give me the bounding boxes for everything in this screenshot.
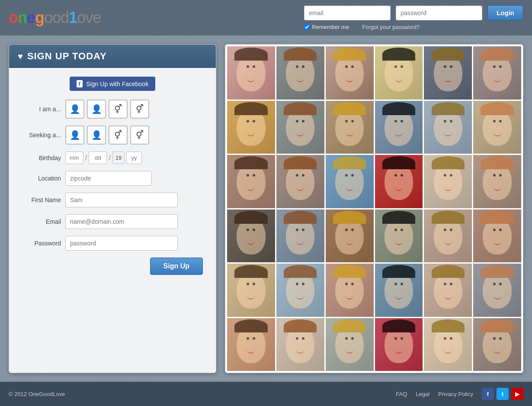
birthday-controls: / / 19 — [65, 151, 142, 164]
forgot-password-link[interactable]: Forgot your password? — [362, 24, 420, 30]
photo-cell[interactable] — [276, 155, 324, 208]
iam-controls: 👤 👤 ⚥ ⚥ — [65, 100, 149, 119]
header-right: Login Remember me Forgot your password? — [304, 5, 523, 30]
remember-me-checkbox[interactable] — [304, 24, 310, 30]
email-input[interactable] — [65, 214, 178, 229]
photo-cell[interactable] — [424, 318, 472, 371]
logo: onegood1ove — [9, 9, 101, 27]
birthday-dd-input[interactable] — [89, 151, 107, 164]
logo-g: g — [35, 9, 44, 26]
seeking-controls: 👤 👤 ⚥ ⚥ — [65, 126, 149, 145]
firstname-row: First Name — [22, 193, 203, 207]
footer-faq-link[interactable]: FAQ — [396, 391, 407, 397]
login-button[interactable]: Login — [487, 5, 523, 20]
signup-button[interactable]: Sign Up — [150, 258, 203, 275]
birthday-yy-input[interactable] — [126, 151, 142, 164]
photo-cell[interactable] — [473, 264, 521, 317]
facebook-social-icon[interactable]: f — [482, 388, 494, 400]
photo-cell[interactable] — [375, 264, 423, 317]
iam-couple-btn[interactable]: ⚥ — [130, 100, 149, 119]
photo-cell[interactable] — [276, 318, 324, 371]
logo-e: e — [27, 9, 35, 26]
seeking-couple-btn[interactable]: ⚥ — [130, 126, 149, 145]
photo-cell[interactable] — [326, 318, 374, 371]
firstname-label: First Name — [22, 197, 61, 203]
seeking-male-female-btn[interactable]: ⚥ — [109, 126, 128, 145]
seeking-label: Seeking a... — [22, 132, 61, 139]
footer-legal-link[interactable]: Legal — [416, 391, 429, 397]
photo-cell[interactable] — [473, 101, 521, 154]
facebook-f-icon: f — [77, 80, 83, 87]
photo-cell[interactable] — [227, 264, 275, 317]
firstname-input[interactable] — [65, 193, 178, 207]
photo-cell[interactable] — [424, 46, 472, 100]
remember-me-label[interactable]: Remember me — [304, 24, 349, 30]
youtube-social-icon[interactable]: ▶ — [511, 388, 523, 400]
seeking-male-btn[interactable]: 👤 — [65, 126, 84, 145]
photo-cell[interactable] — [227, 46, 275, 100]
photo-cell[interactable] — [326, 209, 374, 263]
location-input[interactable] — [65, 171, 152, 186]
photo-cell[interactable] — [375, 318, 423, 371]
social-icons: f t ▶ — [482, 388, 523, 400]
header-bottom-row: Remember me Forgot your password? — [304, 24, 420, 30]
iam-female-btn[interactable]: 👤 — [87, 100, 106, 119]
facebook-signup-button[interactable]: f Sign Up with Facebook — [70, 77, 155, 91]
photo-cell[interactable] — [424, 209, 472, 263]
photo-cell[interactable] — [227, 209, 275, 263]
footer-copyright: © 2012 OneGoodLove — [9, 391, 396, 397]
password-row: Password — [22, 236, 203, 251]
footer-privacy-link[interactable]: Privacy Policy — [438, 391, 473, 397]
photo-cell[interactable] — [473, 318, 521, 371]
photo-cell[interactable] — [276, 209, 324, 263]
email-label: Email — [22, 218, 61, 225]
photo-cell[interactable] — [473, 209, 521, 263]
photo-cell[interactable] — [375, 155, 423, 208]
twitter-social-icon[interactable]: t — [497, 388, 509, 400]
main-content: ♥ SIGN UP TODAY f Sign Up with Facebook … — [0, 35, 532, 382]
photo-cell[interactable] — [227, 318, 275, 371]
photo-cell[interactable] — [326, 101, 374, 154]
photo-cell[interactable] — [424, 155, 472, 208]
logo-ood: ood — [44, 9, 69, 26]
password-input[interactable] — [65, 236, 178, 251]
footer: © 2012 OneGoodLove FAQ Legal Privacy Pol… — [0, 382, 532, 406]
photo-cell[interactable] — [326, 264, 374, 317]
photo-cell[interactable] — [375, 101, 423, 154]
header: onegood1ove Login Remember me Forgot you… — [0, 0, 532, 35]
logo-n: n — [18, 9, 27, 26]
iam-label: I am a... — [22, 106, 61, 113]
photo-cell[interactable] — [326, 46, 374, 100]
photo-cell[interactable] — [227, 101, 275, 154]
logo-ove: ove — [77, 9, 101, 26]
birthday-mm-input[interactable] — [65, 151, 83, 164]
photo-cell[interactable] — [473, 155, 521, 208]
seeking-female-btn[interactable]: 👤 — [87, 126, 106, 145]
facebook-signup-label: Sign Up with Facebook — [86, 81, 148, 87]
password-label: Password — [22, 240, 61, 247]
iam-row: I am a... 👤 👤 ⚥ ⚥ — [22, 100, 203, 119]
signup-body: f Sign Up with Facebook I am a... 👤 👤 ⚥ … — [9, 68, 216, 288]
photo-cell[interactable] — [424, 101, 472, 154]
heart-icon: ♥ — [18, 52, 23, 61]
birthday-label: Birthday — [22, 155, 61, 161]
photo-cell[interactable] — [375, 46, 423, 100]
photo-cell[interactable] — [276, 101, 324, 154]
birthday-row: Birthday / / 19 — [22, 151, 203, 164]
photo-cell[interactable] — [424, 264, 472, 317]
header-email-input[interactable] — [304, 6, 391, 20]
photo-cell[interactable] — [375, 209, 423, 263]
logo-o: o — [9, 9, 18, 26]
photo-cell[interactable] — [227, 155, 275, 208]
photo-cell[interactable] — [326, 155, 374, 208]
header-password-input[interactable] — [396, 6, 482, 20]
iam-male-btn[interactable]: 👤 — [65, 100, 84, 119]
header-top-row: Login — [304, 5, 523, 20]
signup-title: SIGN UP TODAY — [27, 51, 107, 62]
photo-cell[interactable] — [276, 46, 324, 100]
photo-cell[interactable] — [473, 46, 521, 100]
iam-male-female-btn[interactable]: ⚥ — [109, 100, 128, 119]
photo-grid-container — [225, 44, 523, 373]
seeking-row: Seeking a... 👤 👤 ⚥ ⚥ — [22, 126, 203, 145]
photo-cell[interactable] — [276, 264, 324, 317]
